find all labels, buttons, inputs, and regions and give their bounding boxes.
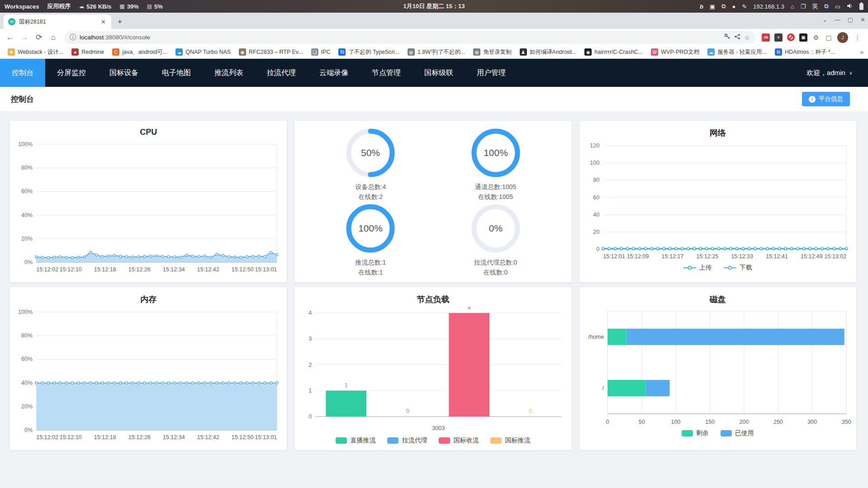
profile-avatar[interactable]: J [837,32,848,43]
screenshot-tray-icon[interactable]: ▣ [710,3,715,10]
bookmark-item[interactable]: ◉hairrrrr/C-CrashC... [581,47,646,57]
progress-ring: 50%设备总数:4在线数:2 [308,126,433,202]
clock[interactable]: 1月10日 星期二 15：13 [403,2,465,10]
app-tray-icon[interactable]: ● [732,3,735,10]
applications-button[interactable]: 应用程序 [47,2,71,10]
svg-text:80%: 80% [21,165,33,171]
bookmark-item[interactable]: ☁服务器 - 轻量应用... [704,47,770,57]
bookmark-item[interactable]: ♟如何编译Android... [517,47,580,57]
cpu-usage-indicator: ▦ 39% [119,3,138,10]
bing-tray-icon[interactable]: b [700,3,703,10]
nav-item-7[interactable]: 云端录像 [308,59,360,87]
window-close-button[interactable]: ✕ [860,16,865,23]
bookmarks-bar: ❖Webstack - 设计...●RedmineCjava、android可.… [0,46,868,59]
extensions-puzzle-icon[interactable]: ⚙ [812,33,820,42]
bookmark-item[interactable]: ❖Webstack - 设计... [5,47,66,57]
progress-ring: 100%推流总数:1在线数:1 [308,202,433,277]
browser-menu-icon[interactable]: ⋮ [853,34,863,41]
side-panel-icon[interactable]: ▢ [825,33,833,42]
site-info-icon[interactable]: ⓘ [70,33,76,42]
user-menu[interactable]: 欢迎，admin ∨ [806,59,868,87]
legend-item[interactable]: 剩余 [682,429,709,437]
bookmark-label: Webstack - 设计... [18,48,63,56]
bookmark-item[interactable]: ☁QNAP Turbo NAS [172,47,234,57]
home-button[interactable]: ⌂ [47,31,60,44]
bookmark-star-icon[interactable]: ☆ [744,34,750,41]
nav-item-8[interactable]: 节点管理 [360,59,413,87]
nav-item-1[interactable]: 控制台 [0,59,45,87]
nav-item-10[interactable]: 用户管理 [465,59,517,87]
svg-text:20: 20 [593,229,599,235]
input-method-indicator[interactable]: 英 [812,2,818,10]
dark-extension-icon[interactable]: ▣ [799,33,807,42]
bookmark-item[interactable]: ❏IPC [308,47,334,57]
volume-icon[interactable] [847,3,853,10]
svg-text:20%: 20% [21,403,33,410]
network-chart[interactable]: 02040608010012015:12:0115:12:0915:12:171… [579,138,856,262]
legend-item[interactable]: 下载 [724,264,752,272]
tab-search-icon[interactable]: ⌄ [822,16,827,23]
window-restore-button[interactable]: ▢ [848,16,853,23]
legend-item[interactable]: 上传 [683,264,712,272]
display-tray-icon[interactable]: ⧉ [824,3,828,10]
bookmark-item[interactable]: 知了不起的 TypeScri... [335,47,403,57]
share-icon[interactable] [734,33,740,41]
bookmark-item[interactable]: NHDAtmos :: 种子 *... [772,47,838,57]
nav-item-5[interactable]: 推流列表 [203,59,255,87]
node-load-legend[interactable]: 直播推流拉流代理国标收流国标推流 [294,436,571,445]
legend-item[interactable]: 国标收流 [439,436,479,445]
workspaces-button[interactable]: Workspaces [5,3,39,10]
download-manager-extension-icon[interactable]: ▼ [774,33,783,42]
js-extension-icon[interactable]: JS [762,33,770,42]
platform-info-button[interactable]: i 平台信息 [802,92,850,106]
window-minimize-button[interactable]: — [835,16,840,23]
app-navbar: 控制台分屏监控国标设备电子地图推流列表拉流代理云端录像节点管理国标级联用户管理 … [0,59,868,87]
clipboard-tray-icon[interactable]: ⧉ [721,3,726,10]
legend-item[interactable]: 直播推流 [336,436,375,445]
nav-item-6[interactable]: 拉流代理 [255,59,308,87]
legend-item[interactable]: 拉流代理 [387,436,427,445]
cpu-chart[interactable]: 0%20%40%60%80%100%15:12:0215:12:1015:12:… [10,137,287,275]
nav-item-4[interactable]: 电子地图 [150,59,203,87]
bookmark-item[interactable]: Cjava、android可... [109,47,171,57]
legend-item[interactable]: 已使用 [721,429,754,437]
nav-item-9[interactable]: 国标级联 [413,59,465,87]
new-tab-button[interactable]: + [114,16,126,28]
bookmarks-overflow-icon[interactable]: » [860,48,863,56]
password-key-icon[interactable] [724,33,730,41]
nav-item-2[interactable]: 分屏监控 [45,59,98,87]
reload-button[interactable]: ⟳ [33,31,45,44]
disk-card-title: 磁盘 [579,287,856,305]
legend-item[interactable]: 国标推流 [490,436,530,445]
tab-close-icon[interactable]: ✕ [99,18,108,26]
network-legend[interactable]: 上传下载 [579,264,856,272]
disk-card: 磁盘 050100150200250300350/home/ 剩余已使用 [579,287,856,450]
bookmark-item[interactable]: ◉RFC2833 – RTP Ev... [236,47,306,57]
svg-text:0%: 0% [24,259,33,265]
home-tray-icon[interactable]: ⌂ [791,3,794,10]
ip-address[interactable]: 192.168.1.3 [753,3,784,10]
bookmark-item[interactable]: ◍1.8W字|了不起的... [404,47,468,57]
forward-button[interactable]: → [18,31,31,44]
disk-legend[interactable]: 剩余已使用 [579,429,856,437]
svg-text:0: 0 [308,413,312,420]
svg-text:100%: 100% [359,223,383,233]
back-button[interactable]: ← [4,31,16,44]
system-top-bar: Workspaces 应用程序 ☁ 526 KB/s ▦ 39% ▤ 5% 1月… [0,0,868,13]
cpu-chip-icon: ▦ [119,3,124,9]
pen-tray-icon[interactable]: ✎ [742,3,747,10]
browser-tab[interactable]: W 国标28181 ✕ [4,14,111,29]
bookmark-item[interactable]: WWVP-PRO文档 [648,47,702,57]
memory-chart[interactable]: 0%20%40%60%80%100%15:12:0215:12:1015:12:… [10,305,287,443]
adblock-extension-icon[interactable] [787,33,795,41]
node-load-chart[interactable]: 0123410403003 [294,305,571,435]
node-load-card: 节点负载 0123410403003 直播推流拉流代理国标收流国标推流 [294,287,571,450]
bookmark-item[interactable]: ◍免登录复制 [470,47,515,57]
windows-tray-icon[interactable]: ❐ [801,3,806,10]
bookmark-item[interactable]: ●Redmine [68,47,107,57]
address-bar[interactable]: ⓘ localhost:38080/#/console ☆ [64,31,755,44]
nav-item-3[interactable]: 国标设备 [98,59,150,87]
disk-chart[interactable]: 050100150200250300350/home/ [579,305,856,427]
svg-text:15:12:10: 15:12:10 [60,434,82,441]
monitor-tray-icon[interactable]: ▭ [835,3,840,10]
